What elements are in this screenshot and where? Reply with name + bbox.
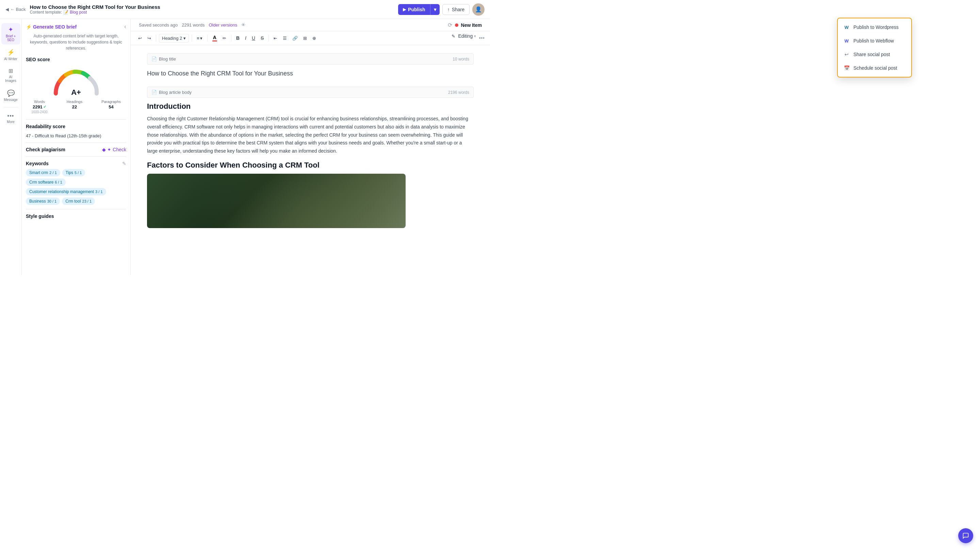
brief-panel: ⚡ Generate SEO brief ‹ Auto-generated co… <box>22 19 130 275</box>
readability-section: Readability score 47 - Difficult to Read… <box>26 124 126 138</box>
link-button[interactable]: 🔗 <box>290 34 300 42</box>
block-body-text: Blog article body <box>159 90 192 95</box>
divider-2 <box>26 143 126 143</box>
words-value: 2291 ✓ <box>33 105 46 109</box>
block-label-body: 📄 Blog article body <box>151 90 192 95</box>
top-header: ◀ ← Back How to Choose the Right CRM Too… <box>0 0 490 19</box>
brief-panel-header: ⚡ Generate SEO brief ‹ <box>26 23 126 30</box>
align-left-button[interactable]: ⇤ <box>272 34 279 42</box>
avatar[interactable]: 👤 <box>472 3 485 16</box>
brief-seo-icon: ✦ <box>8 26 13 33</box>
meta-left: Saved seconds ago 2291 words Older versi… <box>139 22 246 27</box>
sidebar-divider <box>4 107 18 108</box>
collapse-panel-button[interactable]: ‹ <box>124 23 126 30</box>
publish-label: Publish <box>408 7 425 12</box>
align-button[interactable]: ≡ ▾ <box>195 34 205 42</box>
redo-icon: ↪ <box>147 36 151 41</box>
eye-icon[interactable]: 👁 <box>241 22 246 27</box>
back-arrow-icon: ◀ <box>5 7 9 12</box>
header-left: ◀ ← Back How to Choose the Right CRM Too… <box>5 4 160 14</box>
sidebar-item-ai-writer[interactable]: ⚡ AI Writer <box>2 46 21 63</box>
more-icon: ••• <box>8 113 14 119</box>
keyword-tag-customer-rel: Customer relationship management 3 / 1 <box>26 188 106 195</box>
more-format-button[interactable]: ⊕ <box>310 34 318 42</box>
divider-4 <box>26 209 126 209</box>
generate-seo-label: ⚡ Generate SEO brief <box>26 24 76 30</box>
redo-button[interactable]: ↪ <box>145 34 153 42</box>
left-sidebar: ✦ Brief + SEO ⚡ AI Writer ⊞ AI Images 💬 … <box>0 19 22 275</box>
share-button[interactable]: ↑ Share <box>442 4 469 15</box>
publish-button[interactable]: ▶ Publish ▾ <box>398 4 440 15</box>
bold-label: B <box>236 35 240 41</box>
strikethrough-button[interactable]: S <box>259 34 266 42</box>
publish-main: ▶ Publish <box>398 4 430 15</box>
sidebar-item-brief-seo[interactable]: ✦ Brief + SEO <box>2 23 21 44</box>
title-word-count: 10 words <box>453 57 469 62</box>
style-guides-title: Style guides <box>26 214 126 219</box>
sidebar-ai-writer-label: AI Writer <box>4 57 18 61</box>
italic-button[interactable]: I <box>243 34 248 42</box>
text-color-button[interactable]: A <box>210 34 219 42</box>
block-title-text: Blog title <box>159 56 176 62</box>
paragraphs-label: Paragraphs <box>102 100 121 104</box>
divider-1 <box>26 119 126 120</box>
back-button[interactable]: ◀ ← Back <box>5 7 26 12</box>
blog-title-text[interactable]: How to Choose the Right CRM Tool for You… <box>147 69 474 79</box>
generate-seo-button[interactable]: ⚡ Generate SEO brief <box>26 24 76 30</box>
underline-button[interactable]: U <box>250 34 257 42</box>
meta-right: ⟳ New Item <box>448 22 482 28</box>
header-right: ▶ Publish ▾ ↑ Share 👤 <box>398 3 485 16</box>
headings-value: 22 <box>72 105 77 109</box>
three-dots-button[interactable]: ••• <box>479 35 485 41</box>
sidebar-ai-images-label: AI Images <box>3 75 18 82</box>
highlight-button[interactable]: ✏ <box>221 34 228 42</box>
words-range: 1600-2400 <box>31 110 48 114</box>
check-plagiarism-button[interactable]: ◆ ✦ Check <box>102 147 126 152</box>
undo-button[interactable]: ↩ <box>136 34 144 42</box>
words-check: ✓ <box>43 105 46 109</box>
saved-label: Saved seconds ago <box>139 22 178 27</box>
image-button[interactable]: ⊞ <box>301 34 309 42</box>
underline-label: U <box>252 35 255 41</box>
editing-dropdown[interactable]: ✎ Editing ▾ <box>452 33 476 39</box>
seo-stats: Words 2291 ✓ 1600-2400 Headings 22 Parag… <box>26 100 126 114</box>
publish-chevron-icon[interactable]: ▾ <box>430 4 440 15</box>
edit-keywords-button[interactable]: ✎ <box>122 161 126 166</box>
stat-words: Words 2291 ✓ 1600-2400 <box>31 100 48 114</box>
paragraphs-value: 54 <box>108 105 113 109</box>
doc-title: How to Choose the Right CRM Tool for You… <box>30 4 160 10</box>
undo-icon: ↩ <box>138 36 142 41</box>
template-icon: 📝 <box>63 10 68 14</box>
sidebar-item-more[interactable]: ••• More <box>2 110 21 127</box>
sidebar-item-ai-images[interactable]: ⊞ AI Images <box>2 65 21 85</box>
list-button[interactable]: ☰ <box>281 34 289 42</box>
editor-meta-bar: Saved seconds ago 2291 words Older versi… <box>130 19 490 31</box>
sidebar-item-message[interactable]: 💬 Message <box>2 87 21 105</box>
keyword-tag-tips: Tips 5 / 1 <box>62 169 86 176</box>
publish-arrow-icon: ▶ <box>403 7 406 12</box>
block-icon-body: 📄 <box>151 90 157 95</box>
editing-chevron-icon: ▾ <box>474 34 476 38</box>
template-link[interactable]: Blog post <box>70 10 87 14</box>
brief-description: Auto-generated content brief with target… <box>26 33 126 51</box>
doc-template: Content template: 📝 Blog post <box>30 10 160 14</box>
color-bar <box>212 40 217 41</box>
align-icon: ≡ <box>197 36 199 41</box>
readability-value: 47 - Difficult to Read (12th-15th grade) <box>26 133 126 138</box>
text-color-a: A <box>213 35 216 40</box>
sidebar-brief-seo-label: Brief + SEO <box>3 34 18 42</box>
stat-paragraphs: Paragraphs 54 <box>102 100 121 114</box>
align-chevron-icon: ▾ <box>200 36 202 41</box>
older-versions-link[interactable]: Older versions <box>208 22 237 27</box>
article-image <box>147 174 406 228</box>
sidebar-more-label: More <box>7 120 14 124</box>
stat-headings: Headings 22 <box>67 100 82 114</box>
toolbar-divider-3 <box>207 35 208 41</box>
block-label-title: 📄 Blog title <box>151 56 176 62</box>
bold-button[interactable]: B <box>234 34 242 42</box>
doc-title-area: How to Choose the Right CRM Tool for You… <box>30 4 160 14</box>
factors-heading: Factors to Consider When Choosing a CRM … <box>147 161 474 170</box>
heading-selector[interactable]: Heading 2 ▾ <box>159 34 189 43</box>
intro-paragraph: Choosing the right Customer Relationship… <box>147 115 474 155</box>
ai-writer-icon: ⚡ <box>7 49 14 56</box>
